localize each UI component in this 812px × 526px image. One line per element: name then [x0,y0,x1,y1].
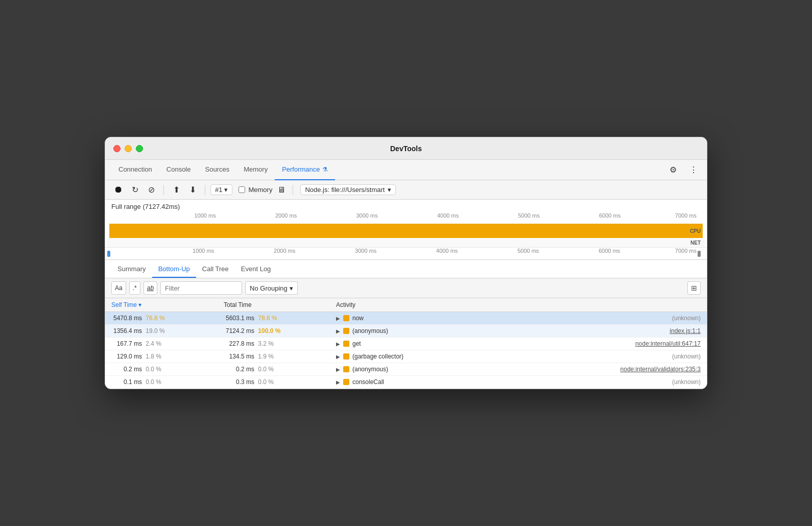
target-selector[interactable]: Node.js: file:///Users/stmart ▾ [300,184,396,195]
table-body: 5470.8 ms 76.8 % 5603.1 ms 78.6 % ▶ [105,312,707,389]
ruler-1000: 1000 ms [194,212,216,219]
expand-arrow[interactable]: ▶ [336,367,340,372]
refresh-icon: ↻ [132,185,138,195]
self-time-cell: 0.1 ms 0.0 % [105,376,218,389]
close-button[interactable] [113,145,121,152]
target-dropdown-arrow: ▾ [388,186,391,194]
table-container: Self Time ▾ Total Time Activity [105,298,707,389]
expand-arrow[interactable]: ▶ [336,316,340,321]
tab-bottom-up[interactable]: Bottom-Up [152,265,196,278]
activity-color-dot [343,341,349,347]
traffic-lights [113,145,143,152]
table-row[interactable]: 5470.8 ms 76.8 % 5603.1 ms 78.6 % ▶ [105,312,707,325]
nav-tabs: Connection Console Sources Memory Perfor… [105,160,707,180]
match-case-button[interactable]: Aa [111,281,126,295]
total-time-cell: 0.2 ms 0.0 % [218,363,330,376]
ruler-b-5000: 5000 ms [517,248,539,254]
devtools-body: Connection Console Sources Memory Perfor… [105,160,707,389]
total-time-cell: 227.8 ms 3.2 % [218,338,330,350]
expand-arrow[interactable]: ▶ [336,379,340,385]
minimize-button[interactable] [125,145,132,152]
panel-expand-button[interactable]: ⊞ [687,281,701,295]
upload-button[interactable]: ⬆ [169,183,183,197]
regex-button[interactable]: .* [129,281,140,295]
col-activity: Activity [330,298,707,312]
activity-cell: ▶ now (unknown) [330,312,707,325]
table-row[interactable]: 0.2 ms 0.0 % 0.2 ms 0.0 % ▶ [105,363,707,376]
table-row[interactable]: 1356.4 ms 19.0 % 7124.2 ms 100.0 % ▶ [105,325,707,338]
cpu-bar-container: CPU [107,224,705,238]
total-time-cell: 7124.2 ms 100.0 % [218,325,330,338]
grouping-selector[interactable]: No Grouping ▾ [245,281,298,295]
net-bar-container: NET [107,238,705,247]
tab-sources[interactable]: Sources [198,160,236,180]
time-ruler-bottom: 1000 ms 2000 ms 3000 ms 4000 ms 5000 ms … [105,247,707,259]
clear-button[interactable]: ⊘ [144,183,158,197]
timeline-right-handle[interactable] [698,251,701,257]
activity-color-dot [343,315,349,321]
filter-toolbar: Aa .* ab No Grouping ▾ ⊞ [105,278,707,298]
tab-connection[interactable]: Connection [111,160,159,180]
devtools-window: DevTools Connection Console Sources Memo… [105,137,707,389]
ruler-b-1000: 1000 ms [193,248,214,254]
memory-checkbox[interactable]: Memory [238,186,272,194]
refresh-button[interactable]: ↻ [128,183,142,197]
expand-arrow[interactable]: ▶ [336,328,340,334]
divider-3 [293,185,293,195]
memory-checkbox-input[interactable] [238,186,245,193]
table-row[interactable]: 0.1 ms 0.0 % 0.3 ms 0.0 % ▶ [105,376,707,389]
filter-input[interactable] [160,281,242,295]
performance-icon: ⚗ [322,166,328,173]
tab-memory[interactable]: Memory [236,160,275,180]
timeline-left-handle[interactable] [107,251,110,257]
ruler-b-6000: 6000 ms [599,248,620,254]
time-ruler-top: 1000 ms 2000 ms 3000 ms 4000 ms 5000 ms … [107,212,707,224]
upload-icon: ⬆ [173,185,180,195]
source-link[interactable]: index.js:1:1 [670,327,701,334]
table-row[interactable]: 129.0 ms 1.8 % 134.5 ms 1.9 % ▶ [105,350,707,363]
ruler-b-2000: 2000 ms [274,248,295,254]
total-time-cell: 5603.1 ms 78.6 % [218,312,330,325]
cpu-label: CPU [690,228,701,234]
tab-event-log[interactable]: Event Log [235,265,277,278]
col-total-time[interactable]: Total Time [218,298,330,312]
more-menu-button[interactable]: ⋮ [686,163,701,177]
download-icon: ⬇ [189,185,196,195]
nav-right-actions: ⚙ ⋮ [666,163,701,177]
table-header-row: Self Time ▾ Total Time Activity [105,298,707,312]
session-selector[interactable]: #1 ▾ [210,184,232,195]
self-time-cell: 1356.4 ms 19.0 % [105,325,218,338]
ruler-b-3000: 3000 ms [355,248,376,254]
tab-call-tree[interactable]: Call Tree [196,265,235,278]
tab-console[interactable]: Console [159,160,198,180]
tab-summary[interactable]: Summary [111,265,152,278]
expand-arrow[interactable]: ▶ [336,354,340,360]
ruler-b-4000: 4000 ms [436,248,458,254]
activity-color-dot [343,379,349,385]
memory-label: Memory [248,186,272,194]
timeline-scroll-area: 1000 ms 2000 ms 3000 ms 4000 ms 5000 ms … [105,247,707,259]
target-label: Node.js: file:///Users/stmart [305,186,385,194]
divider-1 [163,185,164,195]
col-self-time[interactable]: Self Time ▾ [105,298,218,312]
record-button[interactable]: ⏺ [111,183,126,197]
total-time-cell: 134.5 ms 1.9 % [218,350,330,363]
cpu-profile-button[interactable]: 🖥 [274,183,289,197]
total-time-cell: 0.3 ms 0.0 % [218,376,330,389]
expand-arrow[interactable]: ▶ [336,341,340,347]
activity-color-dot [343,353,349,360]
bottom-panel: Summary Bottom-Up Call Tree Event Log Aa [105,260,707,389]
self-time-cell: 129.0 ms 1.8 % [105,350,218,363]
settings-button[interactable]: ⚙ [666,163,680,177]
tab-performance[interactable]: Performance ⚗ [275,160,335,180]
ruler-7000: 7000 ms [675,212,697,219]
maximize-button[interactable] [136,145,143,152]
source-link[interactable]: node:internal/validators:235:3 [620,366,701,373]
timeline-area: Full range (7127.42ms) 1000 ms 2000 ms 3… [105,200,707,260]
table-row[interactable]: 167.7 ms 2.4 % 227.8 ms 3.2 % ▶ [105,338,707,350]
performance-table: Self Time ▾ Total Time Activity [105,298,707,389]
activity-cell: ▶ (garbage collector) (unknown) [330,350,707,363]
source-link[interactable]: node:internal/util:647:17 [635,340,701,347]
whole-word-button[interactable]: ab [144,281,157,295]
download-button[interactable]: ⬇ [185,183,200,197]
